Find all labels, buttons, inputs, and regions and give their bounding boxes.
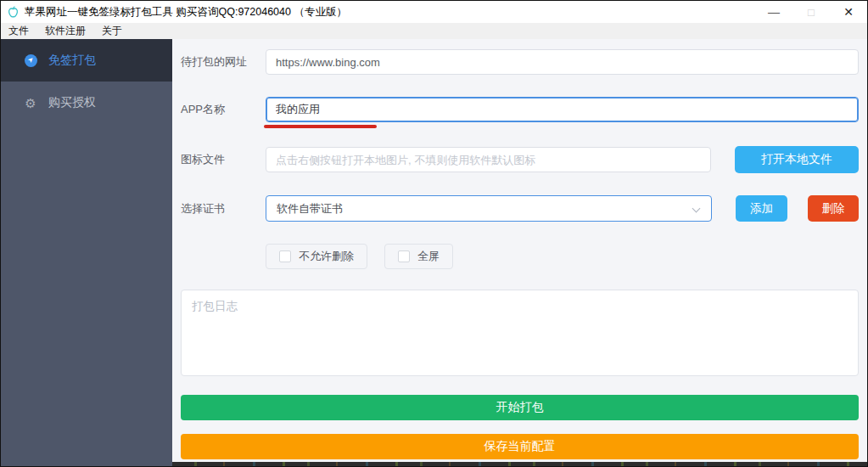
start-pack-button[interactable]: 开始打包 [181, 395, 859, 420]
icon-file-label: 图标文件 [181, 152, 266, 167]
sidebar-item-label: 免签打包 [48, 53, 96, 68]
sidebar-item-license[interactable]: ⚙ 购买授权 [1, 82, 172, 124]
sidebar-item-label: 购买授权 [48, 95, 96, 110]
add-certificate-button[interactable]: 添加 [736, 195, 787, 222]
checkbox-icon[interactable] [398, 250, 410, 262]
url-input[interactable] [266, 49, 859, 75]
sidebar: ➤ 免签打包 ⚙ 购买授权 [1, 39, 172, 466]
url-row: 待打包的网址 [181, 49, 859, 75]
titlebar: 苹果网址一键免签绿标打包工具 购买咨询QQ:972046040 （专业版） — … [1, 1, 867, 23]
menubar: 文件 软件注册 关于 [1, 23, 867, 39]
sidebar-item-pack[interactable]: ➤ 免签打包 [1, 39, 172, 82]
delete-certificate-button[interactable]: 删除 [808, 195, 859, 222]
main-panel: 待打包的网址 APP名称 图标文件 打开本地文件 选择证书 [172, 39, 867, 466]
app-name-row: APP名称 [181, 97, 859, 122]
checkbox-icon[interactable] [279, 250, 291, 262]
option-fullscreen[interactable]: 全屏 [384, 244, 453, 269]
red-annotation-underline [264, 125, 377, 128]
url-label: 待打包的网址 [181, 54, 266, 70]
app-name-input[interactable] [266, 97, 859, 122]
app-window: 苹果网址一键免签绿标打包工具 购买咨询QQ:972046040 （专业版） — … [0, 0, 868, 467]
option-no-delete[interactable]: 不允许删除 [266, 244, 367, 269]
apple-logo-icon [6, 5, 20, 20]
option-label: 全屏 [417, 249, 440, 264]
menu-register[interactable]: 软件注册 [45, 24, 86, 38]
pack-log-textarea[interactable] [181, 290, 859, 376]
icon-file-row: 图标文件 打开本地文件 [181, 146, 859, 173]
open-local-file-button[interactable]: 打开本地文件 [735, 146, 859, 173]
icon-file-input[interactable] [266, 147, 711, 172]
save-config-button[interactable]: 保存当前配置 [181, 434, 859, 459]
certificate-row: 选择证书 软件自带证书 添加 删除 [181, 195, 859, 222]
window-controls: — □ ✕ [755, 1, 867, 23]
send-icon: ➤ [24, 53, 37, 67]
chevron-down-icon [692, 205, 701, 213]
minimize-button[interactable]: — [755, 1, 792, 23]
certificate-select[interactable]: 软件自带证书 [266, 195, 712, 222]
gear-icon: ⚙ [24, 96, 37, 110]
app-name-label: APP名称 [181, 102, 266, 117]
app-body: ➤ 免签打包 ⚙ 购买授权 待打包的网址 APP名称 [1, 39, 867, 466]
option-label: 不允许删除 [299, 249, 354, 264]
maximize-button[interactable]: □ [792, 1, 830, 23]
certificate-selected-value: 软件自带证书 [277, 201, 343, 217]
menu-about[interactable]: 关于 [102, 24, 122, 38]
close-button[interactable]: ✕ [830, 1, 867, 23]
cutoff-marquee-strip [172, 462, 867, 466]
certificate-label: 选择证书 [181, 201, 266, 217]
menu-file[interactable]: 文件 [8, 24, 29, 38]
window-title: 苹果网址一键免签绿标打包工具 购买咨询QQ:972046040 （专业版） [25, 5, 347, 20]
app-name-input-wrap [266, 97, 859, 122]
options-row: 不允许删除 全屏 [181, 244, 859, 269]
